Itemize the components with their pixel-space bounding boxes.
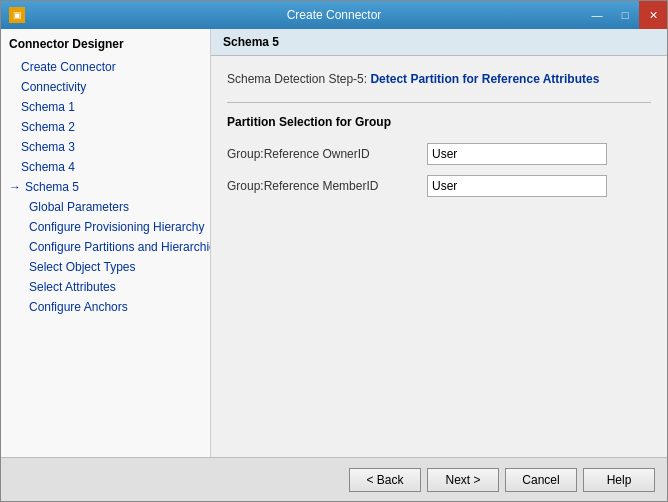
ownerid-label: Group:Reference OwnerID	[227, 147, 427, 161]
detection-step-prefix: Schema Detection Step-5:	[227, 72, 370, 86]
form-row-ownerid: Group:Reference OwnerID User Group Conta…	[227, 143, 651, 165]
panel-header: Schema 5	[211, 29, 667, 56]
schema-5-label: Schema 5	[25, 180, 79, 194]
window-controls: — □ ✕	[583, 1, 667, 29]
maximize-button[interactable]: □	[611, 1, 639, 29]
app-icon: ▣	[9, 7, 25, 23]
memberid-select[interactable]: User Group Contact	[427, 175, 607, 197]
minimize-button[interactable]: —	[583, 1, 611, 29]
sidebar-header: Connector Designer	[1, 33, 210, 55]
back-button[interactable]: < Back	[349, 468, 421, 492]
form-row-memberid: Group:Reference MemberID User Group Cont…	[227, 175, 651, 197]
sidebar-item-connectivity[interactable]: Connectivity	[1, 77, 210, 97]
arrow-icon: →	[9, 180, 21, 194]
memberid-label: Group:Reference MemberID	[227, 179, 427, 193]
title-bar: ▣ Create Connector — □ ✕	[1, 1, 667, 29]
sidebar-item-global-parameters[interactable]: Global Parameters	[1, 197, 210, 217]
sidebar-item-select-attributes[interactable]: Select Attributes	[1, 277, 210, 297]
help-button[interactable]: Help	[583, 468, 655, 492]
sidebar-item-create-connector[interactable]: Create Connector	[1, 57, 210, 77]
next-button[interactable]: Next >	[427, 468, 499, 492]
content-area: Connector Designer Create Connector Conn…	[1, 29, 667, 457]
panel-content: Schema Detection Step-5: Detect Partitio…	[211, 56, 667, 457]
sidebar-item-configure-provisioning-hierarchy[interactable]: Configure Provisioning Hierarchy	[1, 217, 210, 237]
cancel-button[interactable]: Cancel	[505, 468, 577, 492]
sidebar-item-schema-1[interactable]: Schema 1	[1, 97, 210, 117]
divider	[227, 102, 651, 103]
sidebar-item-schema-2[interactable]: Schema 2	[1, 117, 210, 137]
window-title: Create Connector	[287, 8, 382, 22]
ownerid-select[interactable]: User Group Contact	[427, 143, 607, 165]
close-button[interactable]: ✕	[639, 1, 667, 29]
sidebar-item-schema-3[interactable]: Schema 3	[1, 137, 210, 157]
main-window: ▣ Create Connector — □ ✕ Connector Desig…	[0, 0, 668, 502]
sidebar-item-configure-partitions-hierarchies[interactable]: Configure Partitions and Hierarchies	[1, 237, 210, 257]
main-panel: Schema 5 Schema Detection Step-5: Detect…	[211, 29, 667, 457]
memberid-select-wrapper: User Group Contact	[427, 175, 607, 197]
sidebar-item-schema-5[interactable]: → Schema 5	[1, 177, 210, 197]
sidebar-item-configure-anchors[interactable]: Configure Anchors	[1, 297, 210, 317]
section-title: Partition Selection for Group	[227, 115, 651, 129]
sidebar-item-select-object-types[interactable]: Select Object Types	[1, 257, 210, 277]
footer: < Back Next > Cancel Help	[1, 457, 667, 501]
ownerid-select-wrapper: User Group Contact	[427, 143, 607, 165]
detection-step-text: Schema Detection Step-5: Detect Partitio…	[227, 72, 651, 86]
sidebar: Connector Designer Create Connector Conn…	[1, 29, 211, 457]
detection-step-detail: Detect Partition for Reference Attribute…	[370, 72, 599, 86]
sidebar-item-schema-4[interactable]: Schema 4	[1, 157, 210, 177]
